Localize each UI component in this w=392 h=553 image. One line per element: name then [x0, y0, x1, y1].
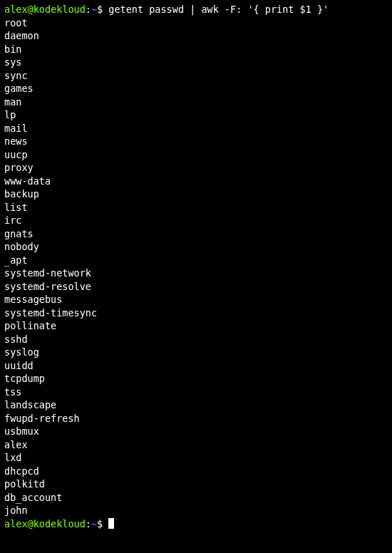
output-line: syslog [4, 346, 388, 359]
prompt-sep: : [86, 518, 91, 529]
output-line: _apt [4, 254, 388, 267]
cursor [108, 518, 114, 529]
prompt-user-host: alex@kodekloud [4, 4, 86, 15]
output-line: lp [4, 108, 388, 122]
output-line: nobody [4, 240, 388, 254]
output-line: lxd [4, 451, 388, 465]
output-line: pollinate [4, 319, 388, 333]
output-line: root [4, 16, 388, 30]
output-line: usbmux [4, 425, 388, 438]
output-line: polkitd [4, 477, 388, 491]
output-line: uucp [4, 148, 388, 162]
output-line: sync [4, 69, 388, 83]
output-line: mail [4, 122, 388, 135]
output-line: games [4, 82, 388, 95]
output-line: man [4, 95, 388, 109]
output-line: uuidd [4, 359, 388, 373]
output-line: dhcpcd [4, 465, 388, 478]
output-line: tss [4, 386, 388, 399]
output-line: fwupd-refresh [4, 412, 388, 425]
output-line: irc [4, 214, 388, 227]
prompt-line: alex@kodekloud:~$ getent passwd | awk -F… [4, 3, 388, 16]
output-line: sshd [4, 333, 388, 346]
output-line: systemd-resolve [4, 280, 388, 294]
prompt-user-host: alex@kodekloud [4, 518, 86, 529]
output-line: www-data [4, 175, 388, 188]
prompt-path: ~ [91, 518, 97, 529]
prompt-dollar: $ [97, 518, 108, 529]
output-line: tcpdump [4, 372, 388, 386]
terminal[interactable]: alex@kodekloud:~$ getent passwd | awk -F… [4, 3, 388, 530]
prompt-sep: : [86, 4, 91, 15]
output-line: daemon [4, 29, 388, 43]
output-line: systemd-network [4, 267, 388, 280]
output-line: alex [4, 438, 388, 452]
output-line: bin [4, 43, 388, 56]
output-line: messagebus [4, 293, 388, 306]
output-line: news [4, 135, 388, 148]
output-line: landscape [4, 398, 388, 412]
output-line: gnats [4, 227, 388, 241]
output-line: systemd-timesync [4, 306, 388, 320]
output-line: backup [4, 187, 388, 201]
output-line: proxy [4, 161, 388, 175]
output-line: john [4, 504, 388, 517]
output-line: sys [4, 56, 388, 69]
output-line: db_account [4, 491, 388, 505]
prompt-dollar: $ [97, 4, 108, 15]
prompt-path: ~ [91, 4, 97, 15]
output-line: list [4, 201, 388, 215]
prompt-line: alex@kodekloud:~$ [4, 517, 388, 531]
command-text: getent passwd | awk -F: '{ print $1 }' [108, 4, 329, 15]
